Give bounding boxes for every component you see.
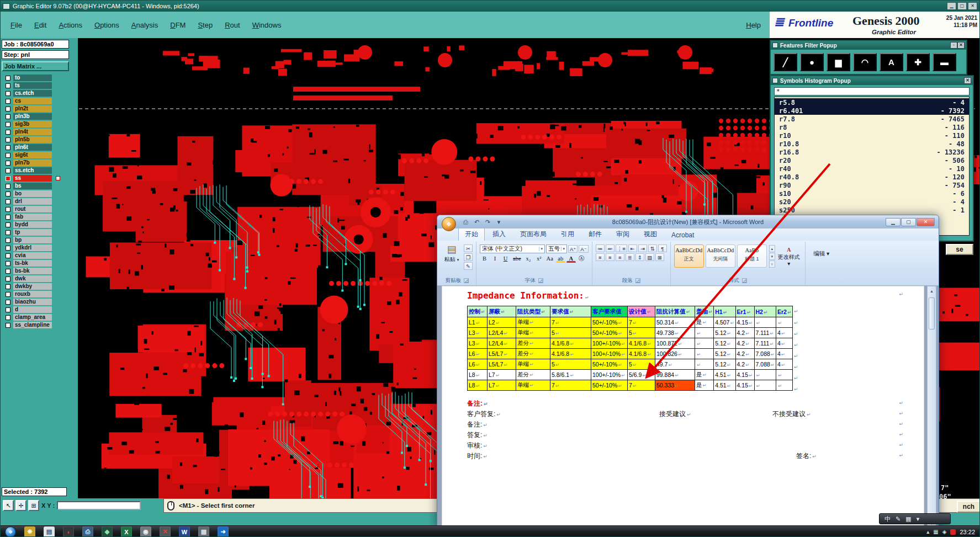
table-cell[interactable]: L1: [468, 317, 488, 328]
tab-审阅[interactable]: 审阅: [610, 227, 636, 241]
table-cell[interactable]: 4.2: [735, 328, 754, 338]
line-spacing-icon[interactable]: ⇕: [635, 253, 644, 261]
popup-close-button[interactable]: ✕: [964, 77, 971, 84]
table-cell[interactable]: 5: [550, 328, 591, 338]
layer-visibility-checkbox[interactable]: [6, 230, 10, 235]
table-cell[interactable]: 7: [628, 317, 655, 328]
grid-tool-button[interactable]: ⊞: [28, 500, 39, 511]
table-cell[interactable]: 是: [695, 317, 714, 328]
underline-icon[interactable]: U: [501, 254, 510, 263]
table-cell[interactable]: 49.7: [655, 359, 695, 370]
undo-icon[interactable]: ↶: [473, 219, 481, 226]
layer-item-pln3b[interactable]: pln3b: [1, 113, 78, 120]
strikethrough-icon[interactable]: abe: [511, 254, 523, 263]
cut-icon[interactable]: ✂: [464, 244, 473, 252]
layer-visibility-checkbox[interactable]: [6, 307, 10, 312]
histogram-row-r20[interactable]: r20506: [775, 156, 969, 164]
layer-visibility-checkbox[interactable]: [6, 284, 10, 289]
dialog-launcher-icon[interactable]: ◿: [464, 278, 469, 283]
layer-item-clamp_area[interactable]: clamp_area: [1, 313, 78, 321]
table-cell[interactable]: 4: [776, 338, 792, 349]
layer-visibility-checkbox[interactable]: [6, 145, 10, 150]
table-cell[interactable]: L6: [468, 359, 488, 370]
layer-visibility-checkbox[interactable]: [6, 168, 10, 173]
dialog-launcher-icon[interactable]: ◿: [538, 278, 543, 283]
job-matrix-button[interactable]: Job Matrix ...: [2, 61, 69, 71]
pad-filter-button[interactable]: ●: [800, 53, 824, 71]
table-cell[interactable]: 单端: [516, 359, 550, 370]
table-cell[interactable]: 7.111: [754, 338, 776, 349]
table-cell[interactable]: 5.12: [714, 349, 735, 359]
table-cell[interactable]: [695, 359, 714, 370]
table-cell[interactable]: 7: [550, 317, 591, 328]
table-cell[interactable]: 4.2: [735, 338, 754, 349]
taskbar-icon-excel[interactable]: X: [121, 527, 132, 537]
table-cell[interactable]: 4.15: [735, 317, 754, 328]
layer-item-ss_clampline[interactable]: ss_clampline: [1, 321, 78, 329]
inch-button-partial[interactable]: nch: [957, 501, 980, 513]
multilevel-list-icon[interactable]: ⋮≡: [616, 244, 627, 252]
tab-开始[interactable]: 开始: [458, 227, 485, 241]
layer-item-dwkby[interactable]: dwkby: [1, 283, 78, 290]
gallery-down-icon[interactable]: ▾: [769, 253, 775, 260]
table-cell[interactable]: 4.15: [735, 380, 754, 391]
layer-item-ss[interactable]: ss: [1, 174, 78, 182]
layer-item-bp[interactable]: bp: [1, 236, 78, 244]
layer-visibility-checkbox[interactable]: [6, 199, 10, 204]
highlight-icon[interactable]: ab: [556, 254, 565, 263]
histogram-row-r16.8[interactable]: r16.813236: [775, 148, 969, 156]
shading-icon[interactable]: ▨: [645, 253, 654, 261]
table-cell[interactable]: [754, 317, 776, 328]
layer-item-sig3b[interactable]: sig3b: [1, 120, 78, 128]
table-cell[interactable]: 5: [628, 328, 655, 338]
table-cell[interactable]: 5/6.9: [628, 370, 655, 380]
layer-visibility-checkbox[interactable]: [6, 292, 10, 297]
table-cell[interactable]: 是: [695, 380, 714, 391]
pilcrow-icon[interactable]: ¶: [658, 244, 667, 252]
table-cell[interactable]: 4.51: [714, 370, 735, 380]
histogram-row-r10.8[interactable]: r10.848: [775, 140, 969, 148]
taskbar-icon-camera[interactable]: ◉: [140, 527, 151, 537]
taskbar-icon-gallery[interactable]: ❋: [24, 527, 35, 537]
layer-item-pln2t[interactable]: pln2t: [1, 105, 78, 113]
layer-visibility-checkbox[interactable]: [6, 91, 10, 96]
table-cell[interactable]: 是: [695, 370, 714, 380]
layer-visibility-checkbox[interactable]: [6, 269, 10, 274]
layer-item-cs[interactable]: cs: [1, 97, 78, 105]
table-cell[interactable]: 5: [550, 359, 591, 370]
layer-visibility-checkbox[interactable]: [6, 246, 10, 251]
justify-icon[interactable]: ≣: [626, 253, 634, 261]
word-maximize-button[interactable]: ▢: [901, 218, 916, 226]
layer-item-fab[interactable]: fab: [1, 213, 78, 221]
character-border-icon[interactable]: Ⓐ: [577, 254, 586, 263]
table-cell[interactable]: 4.1/6.8: [628, 349, 655, 359]
bullets-icon[interactable]: ≔: [596, 244, 605, 252]
taskbar-icon-notepad[interactable]: ▤: [44, 527, 55, 537]
layer-visibility-checkbox[interactable]: [6, 176, 10, 181]
qat-more-icon[interactable]: ▾: [495, 219, 503, 226]
table-cell[interactable]: 单端: [516, 317, 550, 328]
vertical-scrollbar[interactable]: ▲ ▼: [927, 286, 936, 529]
negative-filter-button[interactable]: ▬: [933, 53, 956, 71]
menu-dfm[interactable]: DFM: [170, 21, 186, 29]
tab-引用[interactable]: 引用: [554, 227, 581, 241]
table-cell[interactable]: L7: [488, 380, 516, 391]
change-case-icon[interactable]: Aa: [545, 254, 555, 263]
table-cell[interactable]: [695, 338, 714, 349]
layer-item-bo[interactable]: bo: [1, 190, 78, 198]
layer-visibility-checkbox[interactable]: [6, 114, 10, 119]
menu-analysis[interactable]: Analysis: [131, 21, 158, 29]
font-size-select[interactable]: 五号▾: [546, 244, 567, 253]
taskbar-icon-word[interactable]: W: [179, 527, 190, 537]
taskbar-icon-tools[interactable]: ▩: [198, 527, 209, 537]
layer-visibility-checkbox[interactable]: [6, 130, 10, 135]
taskbar-icon-launcher[interactable]: ➜: [218, 527, 229, 537]
menu-file[interactable]: File: [10, 21, 22, 29]
grow-font-icon[interactable]: A⁺: [568, 245, 578, 253]
table-cell[interactable]: L5/L7: [488, 349, 516, 359]
dialog-launcher-icon[interactable]: ◿: [635, 278, 640, 283]
table-cell[interactable]: L2: [488, 317, 516, 328]
scroll-up-icon[interactable]: ▲: [929, 288, 935, 295]
table-cell[interactable]: 4.1/6.8: [550, 338, 591, 349]
table-cell[interactable]: 7: [550, 380, 591, 391]
